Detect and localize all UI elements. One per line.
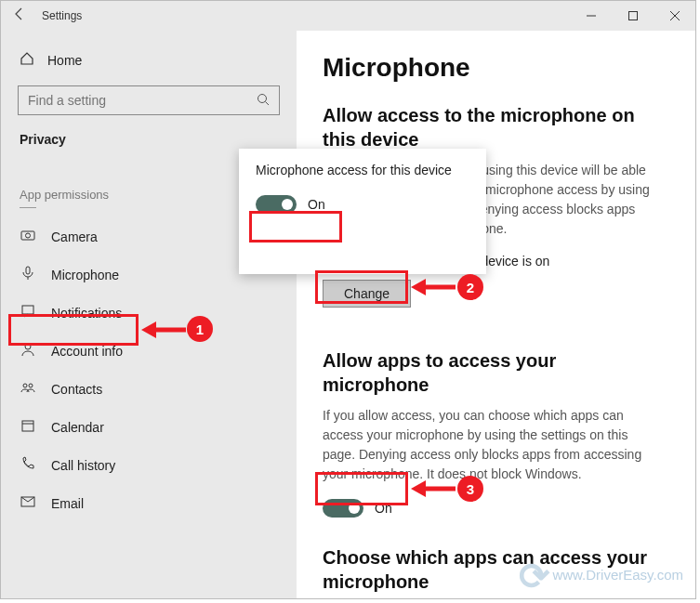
annotation-arrow-1 xyxy=(141,318,188,342)
svg-rect-8 xyxy=(26,267,30,274)
home-icon xyxy=(20,51,34,69)
device-access-flyout: Microphone access for this device On xyxy=(239,149,486,274)
account-icon xyxy=(20,342,36,360)
back-button[interactable] xyxy=(1,7,38,25)
svg-rect-6 xyxy=(21,231,34,240)
svg-marker-21 xyxy=(411,480,426,497)
section-desc: If you allow access, you can choose whic… xyxy=(323,406,658,484)
flyout-title: Microphone access for this device xyxy=(256,162,469,180)
svg-point-7 xyxy=(26,233,31,238)
phone-icon xyxy=(20,456,36,474)
section-underline xyxy=(20,207,36,208)
content-pane: Microphone Allow access to the microphon… xyxy=(297,31,695,598)
contacts-icon xyxy=(20,380,36,398)
titlebar: Settings xyxy=(1,1,695,31)
sidebar-item-label: Account info xyxy=(51,344,123,359)
svg-point-11 xyxy=(23,384,27,387)
home-nav[interactable]: Home xyxy=(1,44,297,76)
app-access-toggle-row: On xyxy=(323,499,658,518)
svg-marker-19 xyxy=(411,279,426,295)
search-box[interactable] xyxy=(18,85,280,115)
section-heading: Allow access to the microphone on this d… xyxy=(323,103,658,151)
toggle-label: On xyxy=(375,501,392,516)
sidebar-item-label: Call history xyxy=(51,458,115,473)
sidebar-item-label: Contacts xyxy=(51,382,102,397)
svg-marker-17 xyxy=(141,321,156,338)
sidebar-item-label: Calendar xyxy=(51,420,104,435)
page-title: Microphone xyxy=(323,53,658,83)
search-input[interactable] xyxy=(28,93,257,108)
watermark-text: www.DriverEasy.com xyxy=(552,567,683,583)
sidebar: Home Privacy App permissions Camera Micr… xyxy=(1,31,297,598)
sidebar-item-label: Email xyxy=(51,496,84,511)
close-button[interactable] xyxy=(654,1,695,31)
sidebar-item-calendar[interactable]: Calendar xyxy=(1,408,297,446)
minimize-button[interactable] xyxy=(570,1,612,31)
svg-line-5 xyxy=(266,101,270,105)
annotation-arrow-3 xyxy=(411,477,457,501)
change-button[interactable]: Change xyxy=(323,280,411,308)
notifications-icon xyxy=(20,304,36,321)
app-access-toggle[interactable] xyxy=(323,499,363,518)
svg-point-4 xyxy=(258,94,267,102)
annotation-num-2: 2 xyxy=(457,274,483,300)
svg-rect-1 xyxy=(628,12,637,20)
toggle-label: On xyxy=(308,197,325,212)
watermark-logo-icon: ⟳ xyxy=(519,555,547,597)
watermark: ⟳ www.DriverEasy.com xyxy=(519,553,683,596)
window-title: Settings xyxy=(38,9,570,22)
sidebar-item-call-history[interactable]: Call history xyxy=(1,446,297,484)
sidebar-item-label: Notifications xyxy=(51,306,122,321)
annotation-num-1: 1 xyxy=(187,316,213,342)
email-icon xyxy=(20,494,36,512)
section-app-access: Allow apps to access your microphone If … xyxy=(323,348,658,518)
device-access-toggle[interactable] xyxy=(256,195,297,214)
annotation-num-3: 3 xyxy=(457,476,483,502)
sidebar-item-contacts[interactable]: Contacts xyxy=(1,370,297,408)
svg-rect-13 xyxy=(22,421,33,431)
sidebar-item-label: Camera xyxy=(51,229,98,244)
annotation-arrow-2 xyxy=(411,275,457,299)
maximize-button[interactable] xyxy=(612,1,654,31)
sidebar-item-label: Microphone xyxy=(51,268,119,282)
svg-point-12 xyxy=(29,384,33,387)
settings-window: Settings Home Privacy App permissions xyxy=(0,0,696,599)
search-icon xyxy=(257,93,270,109)
svg-rect-9 xyxy=(22,306,33,314)
svg-point-10 xyxy=(25,344,31,349)
sidebar-item-email[interactable]: Email xyxy=(1,484,297,522)
calendar-icon xyxy=(20,418,36,436)
camera-icon xyxy=(20,228,36,245)
microphone-icon xyxy=(20,266,36,283)
section-heading: Allow apps to access your microphone xyxy=(323,348,658,397)
home-label: Home xyxy=(47,53,82,68)
flyout-toggle-row: On xyxy=(256,195,469,214)
